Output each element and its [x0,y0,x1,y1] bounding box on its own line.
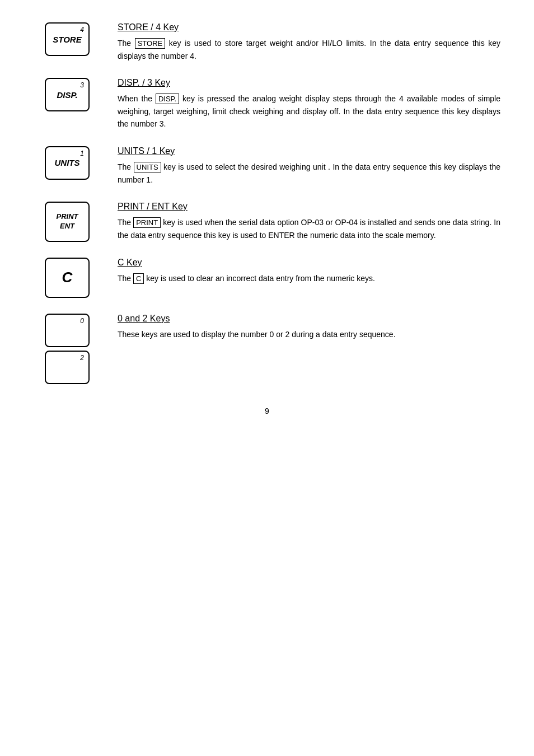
two-key-box: 2 [45,351,90,384]
zero-two-body: These keys are used to display the numbe… [118,328,500,340]
store-key-box: 4 STORE [45,22,90,56]
c-key-box: C [45,258,90,298]
units-description: UNITS / 1 Key The UNITS key is used to s… [118,146,500,186]
print-key-label-line2: ENT [60,222,74,231]
store-description: STORE / 4 Key The STORE key is used to s… [118,22,500,62]
store-key-label: STORE [50,32,83,46]
disp-key-box: 3 DISP. [45,78,90,111]
store-inline-key: STORE [135,38,166,49]
store-key-area: 4 STORE [34,22,101,56]
print-key-area: PRINT ENT [34,202,101,242]
disp-title: DISP. / 3 Key [118,78,170,88]
zero-key-box: 0 [45,314,90,347]
units-body: The UNITS key is used to select the desi… [118,161,500,186]
disp-inline-key: DISP. [156,94,179,104]
disp-key-label: DISP. [54,88,79,102]
two-key-number: 2 [80,354,84,362]
disp-key-area: 3 DISP. [34,78,101,111]
store-body: The STORE key is used to store target we… [118,37,500,62]
disp-section: 3 DISP. DISP. / 3 Key When the DISP. key… [34,78,500,130]
units-section: 1 UNITS UNITS / 1 Key The UNITS key is u… [34,146,500,186]
units-key-box: 1 UNITS [45,146,90,180]
print-title: PRINT / ENT Key [118,202,188,212]
c-inline-key: C [133,273,144,284]
zero-two-description: 0 and 2 Keys These keys are used to disp… [118,314,500,340]
zero-two-section: 0 2 0 and 2 Keys These keys are used to … [34,314,500,384]
page-number: 9 [34,407,500,416]
disp-key-number: 3 [80,81,84,89]
c-section: C C Key The C key is used to clear an in… [34,258,500,298]
print-section: PRINT ENT PRINT / ENT Key The PRINT key … [34,202,500,242]
store-key-number: 4 [80,26,84,34]
disp-description: DISP. / 3 Key When the DISP. key is pres… [118,78,500,130]
c-key-area: C [34,258,101,298]
zero-two-key-area: 0 2 [34,314,101,384]
c-body: The C key is used to clear an incorrect … [118,272,500,285]
zero-two-title: 0 and 2 Keys [118,314,170,324]
print-body: The PRINT key is used when the serial da… [118,216,500,241]
zero-two-stacked: 0 2 [45,314,90,384]
c-title: C Key [118,258,142,268]
units-key-label: UNITS [53,156,82,170]
print-key-label-line1: PRINT [57,212,78,222]
units-key-area: 1 UNITS [34,146,101,180]
zero-key-number: 0 [80,317,84,325]
c-key-label: C [62,269,73,286]
units-title: UNITS / 1 Key [118,146,175,156]
print-key-box: PRINT ENT [45,202,90,242]
print-inline-key: PRINT [133,217,161,228]
print-description: PRINT / ENT Key The PRINT key is used wh… [118,202,500,241]
store-section: 4 STORE STORE / 4 Key The STORE key is u… [34,22,500,62]
c-description: C Key The C key is used to clear an inco… [118,258,500,285]
store-title: STORE / 4 Key [118,22,179,32]
disp-body: When the DISP. key is pressed the analog… [118,92,500,130]
units-inline-key: UNITS [134,162,161,172]
units-key-number: 1 [80,150,84,157]
